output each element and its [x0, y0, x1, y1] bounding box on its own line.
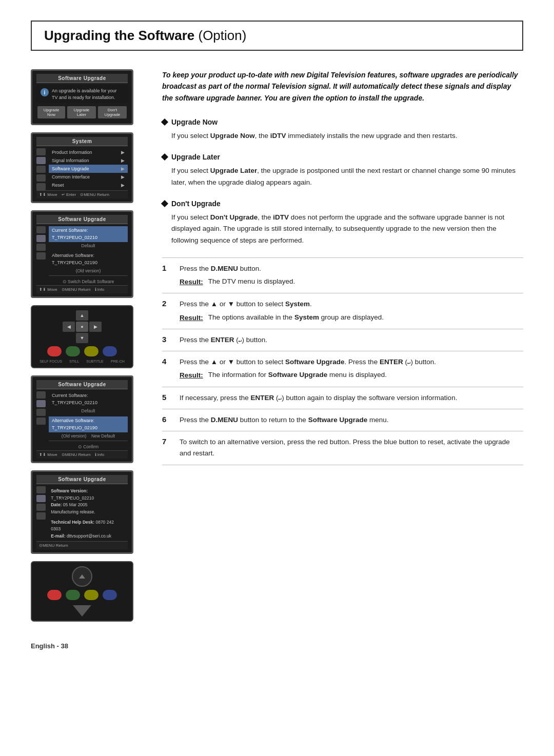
- screen-3: Software Upgrade Current Software: T_TRY…: [31, 210, 133, 298]
- diamond-icon-1: [161, 118, 168, 126]
- remote-control-2: [31, 561, 133, 622]
- upgrade-now-btn: Upgrade Now: [37, 106, 65, 118]
- menu-row-4: Common Interface▶: [49, 173, 128, 181]
- menu-row-2: Signal Information▶: [49, 156, 128, 165]
- menu-row-3: Software Upgrade▶: [49, 165, 128, 173]
- yellow-button-2: [84, 590, 98, 600]
- upgrade-now-label: Upgrade Now: [171, 118, 217, 126]
- s5-footer-info: ℹ Info: [95, 452, 105, 457]
- intro-paragraph: To keep your product up-to-date with new…: [162, 69, 523, 104]
- sw-old-label: (Old version): [49, 267, 128, 274]
- step-6-content: Press the D.MENU button to return to the…: [180, 414, 523, 426]
- screen2-footer: ⬆⬇ Move ↵ Enter ⊙MENU Return: [36, 190, 128, 198]
- sw-default-label: Default: [49, 242, 128, 249]
- icon-4: [36, 174, 46, 182]
- remote-wheel: [72, 566, 92, 587]
- dont-upgrade-btn: Don't Upgrade: [98, 106, 127, 118]
- nav-right: ▶: [89, 322, 102, 332]
- sw-current: Current Software: T_TRY2PEUO_02210: [49, 226, 128, 242]
- version-line-5: E-mail: dttvsupport@seri.co.uk: [51, 533, 125, 540]
- upgrade-now-body: If you select Upgrade Now, the iDTV imme…: [162, 130, 523, 142]
- step-1-content: Press the D.MENU button. Result: The DTV…: [180, 263, 523, 288]
- remote-top-area: [36, 566, 128, 587]
- s6-icon-3: [36, 504, 46, 511]
- upgrade-later-btn: Upgrade Later: [67, 106, 96, 118]
- step-3: 3 Press the ENTER (↵) button.: [162, 329, 523, 351]
- step-6-number: 6: [162, 414, 172, 424]
- step-7-content: To switch to an alternative version, pre…: [180, 436, 523, 460]
- icon-5: [36, 183, 46, 190]
- screen-2: System Product Information▶ Signal Infor…: [31, 132, 133, 203]
- remote-arrow-area: [36, 605, 128, 616]
- screen1-buttons: Upgrade Now Upgrade Later Don't Upgrade: [36, 106, 128, 121]
- colored-buttons-1: [36, 346, 128, 356]
- step-2-number: 2: [162, 299, 172, 308]
- result-text-1: The DTV menu is displayed.: [208, 276, 295, 288]
- remote-control-1: ▲ ◀ ● ▶ ▼ SELF FOCUS STILL: [31, 305, 133, 368]
- screen-6: Software Upgrade Software Version: T_TRY…: [31, 470, 133, 554]
- s5-footer-move: ⬆⬇ Move: [39, 452, 57, 457]
- s5-icon-4: [36, 417, 46, 425]
- info-icon: i: [41, 88, 49, 96]
- menu-row-5: Reset▶: [49, 181, 128, 189]
- section-upgrade-later: Upgrade Later If you select Upgrade Late…: [162, 153, 523, 188]
- nav-down: ▼: [76, 333, 88, 343]
- version-line-4: Technical Help Desk: 0870 242 0303: [51, 519, 125, 533]
- green-button: [66, 346, 80, 356]
- step-1-result: Result: The DTV menu is displayed.: [180, 276, 523, 288]
- label-self-focus: SELF FOCUS: [39, 360, 62, 363]
- section-dont-upgrade: Don't Upgrade If you select Don't Upgrad…: [162, 200, 523, 246]
- title-normal: (Option): [194, 28, 246, 43]
- screen2-body: Product Information▶ Signal Information▶…: [36, 148, 128, 190]
- s5-icon-2: [36, 400, 46, 407]
- label-still: STILL: [69, 360, 79, 363]
- s6-footer-return: ⊙MENU Return: [39, 543, 68, 548]
- icon-1: [36, 148, 46, 155]
- blue-button-2: [103, 590, 117, 600]
- screen6-body: Software Version: T_TRY2PEUO_02210 Date:…: [36, 486, 128, 541]
- result-label-4: Result:: [180, 370, 203, 381]
- s3-footer-move: ⬆⬇ Move: [39, 287, 57, 292]
- step-2: 2 Press the ▲ or ▼ button to select Syst…: [162, 293, 523, 329]
- screen6-footer: ⊙MENU Return: [36, 541, 128, 549]
- step-5-number: 5: [162, 392, 172, 402]
- section-upgrade-now-title: Upgrade Now: [162, 118, 523, 126]
- step-7: 7 To switch to an alternative version, p…: [162, 431, 523, 465]
- title-box: Upgrading the Software (Option): [31, 21, 523, 51]
- s3-icon-2: [36, 235, 46, 242]
- menu-content: Product Information▶ Signal Information▶…: [49, 148, 128, 190]
- screen3-footer: ⬆⬇ Move ⊙MENU Return ℹ Info: [36, 285, 128, 293]
- s3-footer-return: ⊙MENU Return: [62, 287, 91, 292]
- version-info: Software Version: T_TRY2PEUO_02210 Date:…: [48, 486, 128, 541]
- result-text-2: The options available in the System grou…: [208, 312, 384, 324]
- nav-up: ▲: [76, 310, 88, 321]
- version-line-3: Manufacturing release.: [51, 509, 125, 516]
- section-upgrade-now: Upgrade Now If you select Upgrade Now, t…: [162, 118, 523, 142]
- screen-5: Software Upgrade Current Software: T_TRY…: [31, 375, 133, 463]
- page-container: Upgrading the Software (Option) Software…: [0, 0, 554, 756]
- footer: English - 38: [31, 642, 523, 650]
- right-column: To keep your product up-to-date with new…: [162, 69, 523, 622]
- upgrade-later-body: If you select Upgrade Later, the upgrade…: [162, 165, 523, 188]
- screen1-title: Software Upgrade: [36, 74, 128, 83]
- down-arrow-icon: [73, 605, 91, 616]
- version-line-2: Date: 05 Mar 2005: [51, 502, 125, 509]
- remote-nav: ▲ ◀ ● ▶ ▼: [36, 310, 128, 343]
- result-label-1: Result:: [180, 276, 203, 288]
- screen-1: Software Upgrade i An upgrade is availab…: [31, 69, 133, 125]
- s6-icon-2: [36, 495, 46, 502]
- arrow-up-icon: [79, 574, 85, 579]
- version-line-1: Software Version: T_TRY2PEUO_02210: [51, 488, 125, 502]
- red-button: [47, 346, 62, 356]
- screen5-icons: [36, 391, 47, 450]
- steps-section: 1 Press the D.MENU button. Result: The D…: [162, 257, 523, 465]
- nav-center: ●: [76, 322, 88, 332]
- step-1-number: 1: [162, 263, 172, 272]
- result-text-4: The information for Software Upgrade men…: [208, 370, 387, 381]
- step-2-result: Result: The options available in the Sys…: [180, 312, 523, 324]
- sidebar-icons: [36, 148, 47, 190]
- diamond-icon-3: [161, 200, 168, 207]
- red-button-2: [47, 590, 62, 600]
- screen3-title: Software Upgrade: [36, 215, 128, 224]
- remote-labels: SELF FOCUS STILL SUBTITLE PRE-CH: [36, 360, 128, 363]
